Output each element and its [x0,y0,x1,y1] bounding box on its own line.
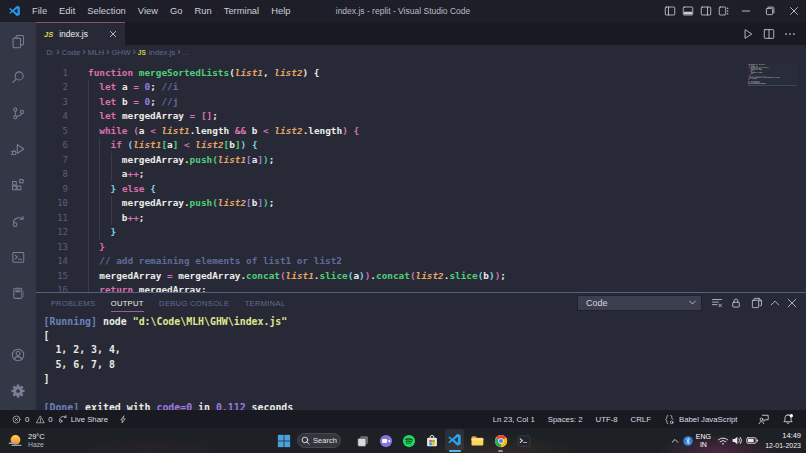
activity-remote-terminal[interactable] [0,239,36,275]
activity-explorer[interactable] [0,23,36,59]
cursor-position[interactable]: Ln 23, Col 1 [493,415,535,424]
activity-account[interactable] [0,337,36,373]
panel-tab-output[interactable]: OUTPUT [111,294,144,313]
token: let [99,81,116,92]
wifi-icon[interactable] [716,435,729,447]
maximize-panel-icon[interactable] [766,293,783,312]
menu-file[interactable]: File [26,0,53,22]
feedback-button[interactable] [758,413,773,425]
token: if [111,139,122,150]
taskbar-app-store[interactable] [420,428,443,453]
notifications-bell[interactable] [782,413,797,425]
line-number: 5 [36,124,68,139]
token: ; [212,110,218,121]
code-line: 10 mergedArray.push(list2[b]); [36,196,806,211]
minimap[interactable] [748,64,795,94]
indent-guide [111,153,112,168]
menu-view[interactable]: View [132,0,164,22]
volume-icon[interactable] [730,434,744,447]
activity-live-share[interactable] [0,203,36,239]
bluetooth-icon[interactable] [682,435,694,447]
breadcrumb-item[interactable]: D: [47,48,55,57]
open-output-in-editor-icon[interactable] [747,293,766,312]
token: mergedArray. [88,197,190,208]
code-line: 11 b++; [36,211,806,226]
output-channel-select[interactable]: Code [577,295,702,311]
eol-sequence[interactable]: CRLF [631,415,651,424]
token [88,241,99,252]
activity-run-and-debug[interactable] [0,131,36,167]
taskbar-app-spotify[interactable] [397,428,420,453]
restore-icon[interactable] [758,0,782,22]
taskbar-app-file-explorer[interactable] [466,428,489,453]
split-editor-icon[interactable] [758,22,779,45]
menu-help[interactable]: Help [265,0,296,22]
start-button[interactable] [277,434,291,448]
customize-layout-icon[interactable] [715,0,733,22]
breadcrumb-item[interactable]: MLH [88,48,104,57]
close-icon[interactable] [782,0,806,22]
search-label: Search [313,436,337,445]
breadcrumb-item[interactable]: GHW [111,48,130,57]
activity-search[interactable] [0,59,36,95]
output-console[interactable]: [Running] node "d:\Code\MLH\GHW\index.js… [36,312,806,410]
tab-indexjs[interactable]: JS index.js [36,22,125,45]
toggle-panel-icon[interactable] [679,0,697,22]
menu-selection[interactable]: Selection [81,0,132,22]
breadcrumb-item[interactable]: Code [62,48,81,57]
tray-clock[interactable]: 14:4912-01-2023 [764,431,801,450]
run-code-status[interactable] [119,414,130,425]
more-actions-icon[interactable] [779,22,800,45]
token: { [252,139,258,150]
breadcrumb-symbol[interactable]: ... [183,48,190,57]
code-editor[interactable]: 1function mergeSortedLists(list1, list2)… [36,60,806,292]
activity-source-control[interactable] [0,95,36,131]
taskbar-search[interactable]: Search [297,433,341,448]
windows-taskbar: 29°CHazeSearchENGIN14:4912-01-2023 [0,428,806,453]
tray-chevron-up-icon[interactable] [669,436,682,446]
js-file-icon: JS [44,30,53,39]
token: ; [139,168,145,179]
taskbar-app-terminal[interactable] [512,428,535,453]
problems-status[interactable]: 00 [12,415,53,424]
lock-scroll-icon[interactable] [726,293,745,312]
battery-icon[interactable] [745,434,759,447]
menu-run[interactable]: Run [189,0,218,22]
language-indicator[interactable]: ENGIN [696,433,711,448]
taskbar-app-task-view[interactable] [351,428,374,453]
panel-tab-terminal[interactable]: TERMINAL [245,294,286,313]
taskbar-app-chrome[interactable] [489,428,512,453]
panel-tab-debug-console[interactable]: DEBUG CONSOLE [159,294,229,313]
indentation[interactable]: Spaces: 2 [548,415,583,424]
feedback-icon [758,413,773,425]
toggle-primary-sidebar-icon[interactable] [661,0,679,22]
token: { [150,183,156,194]
encoding[interactable]: UTF-8 [596,415,618,424]
language-mode[interactable]: Babel JavaScript [664,414,738,425]
taskbar-app-vscode[interactable] [443,428,466,453]
token: ; [500,270,506,281]
indent-guide [88,196,89,211]
live-share-status[interactable]: Live Share [58,414,108,424]
breadcrumb-separator-icon: › [175,46,182,57]
clear-output-icon[interactable] [707,293,726,312]
activity-settings[interactable] [0,373,36,409]
tab-close-icon[interactable] [109,30,117,38]
minimize-icon[interactable] [734,0,758,22]
menu-edit[interactable]: Edit [53,0,81,22]
weather-widget[interactable]: 29°CHaze [7,428,45,453]
activity-extensions[interactable] [0,167,36,203]
breadcrumb[interactable]: D:›Code›MLH›GHW›JSindex.js›... [36,45,806,60]
panel-header: PROBLEMSOUTPUTDEBUG CONSOLETERMINALCode [36,293,806,312]
taskbar-app-chat[interactable] [374,428,397,453]
code-text: a++; [68,167,144,182]
menu-terminal[interactable]: Terminal [218,0,265,22]
toggle-secondary-sidebar-icon[interactable] [697,0,715,22]
menu-go[interactable]: Go [164,0,189,22]
activity-notebook[interactable] [0,275,36,311]
breadcrumb-file[interactable]: index.js [149,48,175,57]
panel-tab-problems[interactable]: PROBLEMS [51,294,96,313]
close-panel-icon[interactable] [783,293,800,312]
run-code-icon[interactable] [737,22,758,45]
token: mergedArray; [133,284,206,292]
